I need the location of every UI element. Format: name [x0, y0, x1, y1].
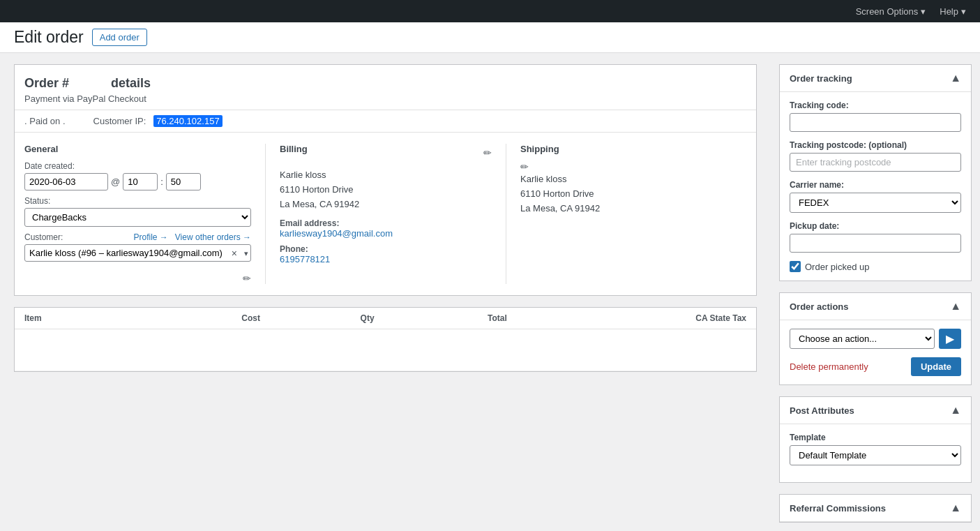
add-order-button[interactable]: Add order [92, 29, 147, 46]
email-value: karliesway1904@gmail.com [280, 228, 492, 239]
shipping-address1: 6110 Horton Drive [520, 187, 732, 202]
date-created-label: Date created: [24, 161, 251, 171]
billing-name: Karlie kloss [280, 168, 492, 183]
phone-value: 6195778121 [280, 254, 492, 264]
order-actions-body: Choose an action... ▶ Delete permanently… [780, 320, 971, 384]
table-row [15, 329, 756, 371]
billing-heading: Billing [280, 144, 308, 154]
post-attributes-box: Post Attributes ▲ Template Default Templ… [779, 396, 972, 483]
shipping-section: Shipping ✏ Karlie kloss 6110 Horton Driv… [506, 144, 746, 284]
shipping-name: Karlie kloss [520, 172, 732, 187]
billing-address2: La Mesa, CA 91942 [280, 197, 492, 212]
order-tracking-collapse-icon[interactable]: ▲ [950, 72, 961, 84]
order-number-title: Order # details [24, 76, 746, 91]
carrier-name-row: Carrier name: FEDEX UPS USPS DHL [790, 180, 961, 213]
shipping-address2: La Mesa, CA 91942 [520, 202, 732, 216]
view-other-orders-link[interactable]: View other orders → [175, 232, 251, 242]
template-label: Template [790, 433, 961, 442]
tracking-postcode-input[interactable] [790, 153, 961, 172]
order-picked-up-row: Order picked up [790, 261, 961, 272]
tracking-code-label: Tracking code: [790, 100, 961, 110]
billing-phone-row: Phone: 6195778121 [280, 244, 492, 264]
help-chevron-icon: ▾ [961, 6, 966, 17]
view-other-orders-arrow-icon: → [243, 232, 251, 242]
paid-on-text: . Paid on . [24, 116, 66, 126]
profile-link-text: Profile [133, 232, 157, 242]
sidebar: Order tracking ▲ Tracking code: Tracking… [771, 53, 980, 531]
action-run-button[interactable]: ▶ [939, 329, 961, 349]
main-content: Order # details Payment via PayPal Check… [0, 53, 771, 531]
col-total: Total [384, 308, 517, 329]
billing-address1: 6110 Horton Drive [280, 183, 492, 197]
update-button[interactable]: Update [911, 357, 961, 376]
order-payment-info: Payment via PayPal Checkout [24, 94, 746, 104]
minute-input[interactable] [166, 173, 201, 190]
col-qty: Qty [270, 308, 384, 329]
delete-update-row: Delete permanently Update [790, 357, 961, 376]
template-row: Template Default Template Full Width Tem… [790, 433, 961, 465]
pickup-date-input[interactable] [790, 234, 961, 253]
billing-section: Billing ✏ Karlie kloss 6110 Horton Drive… [265, 144, 506, 284]
carrier-name-label: Carrier name: [790, 180, 961, 190]
general-edit-icon[interactable]: ✏ [243, 273, 251, 284]
customer-ip-value: 76.240.102.157 [153, 115, 222, 127]
order-tracking-box: Order tracking ▲ Tracking code: Tracking… [779, 64, 972, 281]
tracking-code-input[interactable] [790, 113, 961, 132]
col-item: Item [15, 308, 140, 329]
referral-commissions-heading: Referral Commissions [790, 503, 886, 514]
hour-input[interactable] [123, 173, 158, 190]
items-table-head: Item Cost Qty Total CA State Tax [15, 308, 756, 329]
status-row: Status: ChargeBacks Pending payment Proc… [24, 196, 251, 227]
order-actions-box: Order actions ▲ Choose an action... ▶ De… [779, 292, 972, 385]
status-select[interactable]: ChargeBacks Pending payment Processing O… [24, 208, 251, 227]
order-picked-up-label: Order picked up [805, 262, 870, 272]
email-label: Email address: [280, 218, 492, 228]
status-label: Status: [24, 196, 251, 206]
screen-options-label: Screen Options [856, 6, 919, 17]
customer-row: Customer: Profile → View other orders → [24, 232, 251, 262]
action-select[interactable]: Choose an action... [790, 329, 935, 349]
top-bar: Screen Options ▾ Help ▾ [0, 0, 980, 22]
colon-separator: : [160, 177, 163, 187]
date-input[interactable] [24, 173, 108, 190]
items-table-body [15, 329, 756, 371]
referral-commissions-header: Referral Commissions ▲ [780, 495, 971, 522]
billing-email-link[interactable]: karliesway1904@gmail.com [280, 228, 393, 239]
customer-ip-section: Customer IP: 76.240.102.157 [93, 116, 223, 126]
referral-commissions-collapse-icon[interactable]: ▲ [950, 502, 961, 514]
customer-clear-button[interactable]: × [232, 248, 237, 259]
template-select[interactable]: Default Template Full Width Template [790, 445, 961, 465]
carrier-name-select[interactable]: FEDEX UPS USPS DHL [790, 193, 961, 213]
order-actions-collapse-icon[interactable]: ▲ [950, 300, 961, 313]
billing-header: Billing ✏ [280, 144, 492, 161]
order-tracking-header: Order tracking ▲ [780, 65, 971, 92]
shipping-edit-icon[interactable]: ✏ [520, 161, 529, 172]
billing-phone-link[interactable]: 6195778121 [280, 254, 330, 264]
layout: Order # details Payment via PayPal Check… [0, 53, 980, 531]
col-cost: Cost [140, 308, 270, 329]
help-button[interactable]: Help ▾ [934, 3, 972, 20]
order-details-label: details [111, 76, 151, 90]
items-table: Item Cost Qty Total CA State Tax [15, 308, 756, 371]
customer-search-input[interactable] [24, 244, 251, 262]
col-ca-state-tax: CA State Tax [517, 308, 756, 329]
shipping-heading: Shipping [520, 144, 732, 154]
order-details-box: Order # details Payment via PayPal Check… [14, 64, 757, 296]
billing-edit-icon[interactable]: ✏ [483, 147, 492, 158]
profile-link[interactable]: Profile → [133, 232, 170, 242]
items-table-header-row: Item Cost Qty Total CA State Tax [15, 308, 756, 329]
post-attributes-collapse-icon[interactable]: ▲ [950, 404, 961, 417]
date-row: @ : [24, 173, 251, 190]
screen-options-button[interactable]: Screen Options ▾ [850, 3, 932, 20]
help-label: Help [940, 6, 958, 17]
order-tracking-heading: Order tracking [790, 73, 852, 84]
pickup-date-label: Pickup date: [790, 221, 961, 231]
post-attributes-heading: Post Attributes [790, 405, 854, 416]
order-picked-up-checkbox[interactable] [790, 261, 801, 272]
empty-row [15, 329, 756, 371]
delete-permanently-link[interactable]: Delete permanently [790, 361, 868, 372]
run-icon: ▶ [946, 333, 954, 345]
screen-options-chevron-icon: ▾ [921, 6, 926, 17]
tracking-postcode-label: Tracking postcode: (optional) [790, 140, 961, 150]
view-other-orders-text: View other orders [175, 232, 241, 242]
